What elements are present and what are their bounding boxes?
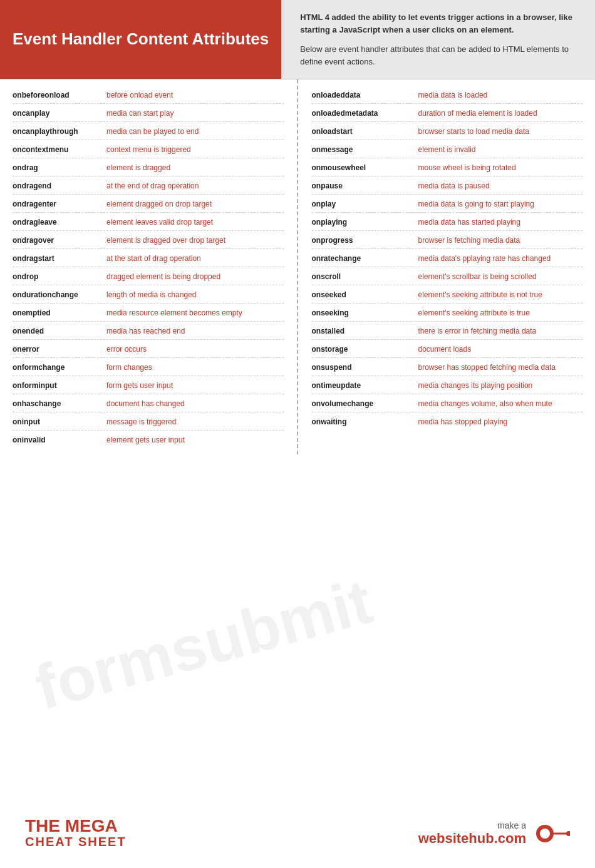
- attr-desc: media has reached end: [106, 327, 284, 335]
- attr-desc: browser is fetching media data: [418, 236, 583, 245]
- attr-name: ondragend: [13, 181, 100, 190]
- table-row: onendedmedia has reached end: [13, 322, 284, 340]
- table-row: onerrorerror occurs: [13, 340, 284, 358]
- header-title-box: Event Handler Content Attributes: [0, 0, 281, 79]
- attr-name: onsuspend: [312, 363, 412, 372]
- attr-desc: at the end of drag operation: [106, 181, 284, 190]
- attr-desc: element gets user input: [106, 436, 284, 444]
- attr-desc: form changes: [106, 363, 284, 372]
- table-row: ondropdragged element is being dropped: [13, 267, 284, 285]
- header: Event Handler Content Attributes HTML 4 …: [0, 0, 595, 79]
- attr-name: onhaschange: [13, 399, 100, 408]
- attr-desc: element dragged on drop target: [106, 200, 284, 208]
- attr-desc: element's seeking attribute is not true: [418, 290, 583, 299]
- attr-name: onplaying: [312, 218, 412, 227]
- attr-desc: document has changed: [106, 399, 284, 408]
- svg-point-3: [566, 831, 570, 836]
- attr-name: onstalled: [312, 327, 412, 335]
- attr-desc: duration of media element is loaded: [418, 109, 583, 118]
- attr-desc: media data is going to start playing: [418, 200, 583, 208]
- table-row: onseekedelement's seeking attribute is n…: [312, 285, 583, 304]
- attr-name: ontimeupdate: [312, 381, 412, 390]
- attr-name: oninvalid: [13, 436, 100, 444]
- attr-name: ondurationchange: [13, 290, 100, 299]
- attr-desc: media changes its playing position: [418, 381, 583, 390]
- attr-desc: at the start of drag operation: [106, 254, 284, 263]
- attr-name: onwaiting: [312, 417, 412, 426]
- table-row: onpausemedia data is paused: [312, 176, 583, 195]
- footer-cheat-sheet: CHEAT SHEET: [25, 835, 127, 849]
- attr-name: oninput: [13, 417, 100, 426]
- attr-desc: media changes volume, also when mute: [418, 399, 583, 408]
- page-title: Event Handler Content Attributes: [13, 29, 269, 49]
- footer-brand-left: THE MEGA CHEAT SHEET: [25, 817, 127, 849]
- svg-point-1: [540, 829, 550, 839]
- attr-name: onseeked: [312, 290, 412, 299]
- footer-brand-name: websitehub.com: [418, 830, 526, 847]
- watermark: formsubmit: [28, 565, 379, 723]
- attr-name: onbeforeonload: [13, 91, 100, 100]
- table-row: oncontextmenucontext menu is triggered: [13, 140, 284, 158]
- table-row: onmousewheelmouse wheel is being rotated: [312, 158, 583, 176]
- attr-name: ondrag: [13, 163, 100, 172]
- table-row: onloadedmetadataduration of media elemen…: [312, 104, 583, 122]
- attr-desc: document loads: [418, 345, 583, 354]
- attr-desc: media data has started playing: [418, 218, 583, 227]
- attr-name: ondrop: [13, 272, 100, 281]
- attr-desc: media can start play: [106, 109, 284, 118]
- table-row: onloadstartbrowser starts to load media …: [312, 122, 583, 140]
- table-row: onseekingelement's seeking attribute is …: [312, 304, 583, 322]
- table-row: onplayingmedia data has started playing: [312, 213, 583, 231]
- table-row: onscrollelement's scrollbar is being scr…: [312, 267, 583, 285]
- attr-name: oncanplaythrough: [13, 127, 100, 136]
- attr-desc: form gets user input: [106, 381, 284, 390]
- attr-desc: element is dragged: [106, 163, 284, 172]
- attr-name: oncanplay: [13, 109, 100, 118]
- page-wrapper: Event Handler Content Attributes HTML 4 …: [0, 0, 595, 868]
- attr-name: oncontextmenu: [13, 145, 100, 154]
- footer-the-mega: THE MEGA: [25, 817, 127, 835]
- table-row: onbeforeonloadbefore onload event: [13, 86, 284, 104]
- attr-name: onvolumechange: [312, 399, 412, 408]
- attr-desc: context menu is triggered: [106, 145, 284, 154]
- table-row: onsuspendbrowser has stopped fetching me…: [312, 358, 583, 376]
- attr-desc: message is triggered: [106, 417, 284, 426]
- table-row: onvolumechangemedia changes volume, also…: [312, 394, 583, 412]
- attr-desc: element's seeking attribute is true: [418, 309, 583, 317]
- attr-name: onstorage: [312, 345, 412, 354]
- table-row: ondragenterelement dragged on drop targe…: [13, 195, 284, 213]
- attr-name: onpause: [312, 181, 412, 190]
- table-row: onprogressbrowser is fetching media data: [312, 231, 583, 249]
- attr-desc: browser has stopped fetching media data: [418, 363, 583, 372]
- footer: THE MEGA CHEAT SHEET make a websitehub.c…: [0, 817, 595, 849]
- attr-name: onloadeddata: [312, 91, 412, 100]
- attr-name: onseeking: [312, 309, 412, 317]
- attr-name: ondragenter: [13, 200, 100, 208]
- table-row: oninvalidelement gets user input: [13, 431, 284, 448]
- table-row: oncanplaymedia can start play: [13, 104, 284, 122]
- attr-name: onforminput: [13, 381, 100, 390]
- attr-desc: error occurs: [106, 345, 284, 354]
- table-row: onstalledthere is error in fetching medi…: [312, 322, 583, 340]
- attr-desc: media data's pplaying rate has changed: [418, 254, 583, 263]
- attr-name: onloadstart: [312, 127, 412, 136]
- footer-make-a: make a: [497, 820, 526, 830]
- attr-desc: mouse wheel is being rotated: [418, 163, 583, 172]
- table-row: ontimeupdatemedia changes its playing po…: [312, 376, 583, 394]
- header-desc-2: Below are event handler attributes that …: [300, 43, 576, 68]
- attr-desc: element is invalid: [418, 145, 583, 154]
- table-row: oninputmessage is triggered: [13, 412, 284, 431]
- table-row: ondurationchangelength of media is chang…: [13, 285, 284, 304]
- attr-name: onscroll: [312, 272, 412, 281]
- attr-desc: element is dragged over drop target: [106, 236, 284, 245]
- attr-name: onloadedmetadata: [312, 109, 412, 118]
- attr-desc: there is error in fetching media data: [418, 327, 583, 335]
- attr-desc: before onload event: [106, 91, 284, 100]
- table-row: ondragstartat the start of drag operatio…: [13, 249, 284, 267]
- attr-desc: media can be played to end: [106, 127, 284, 136]
- attr-desc: browser starts to load media data: [418, 127, 583, 136]
- table-row: onwaitingmedia has stopped playing: [312, 412, 583, 430]
- attr-name: onplay: [312, 200, 412, 208]
- footer-right-text: make a websitehub.com: [418, 820, 526, 847]
- table-row: onformchangeform changes: [13, 358, 284, 376]
